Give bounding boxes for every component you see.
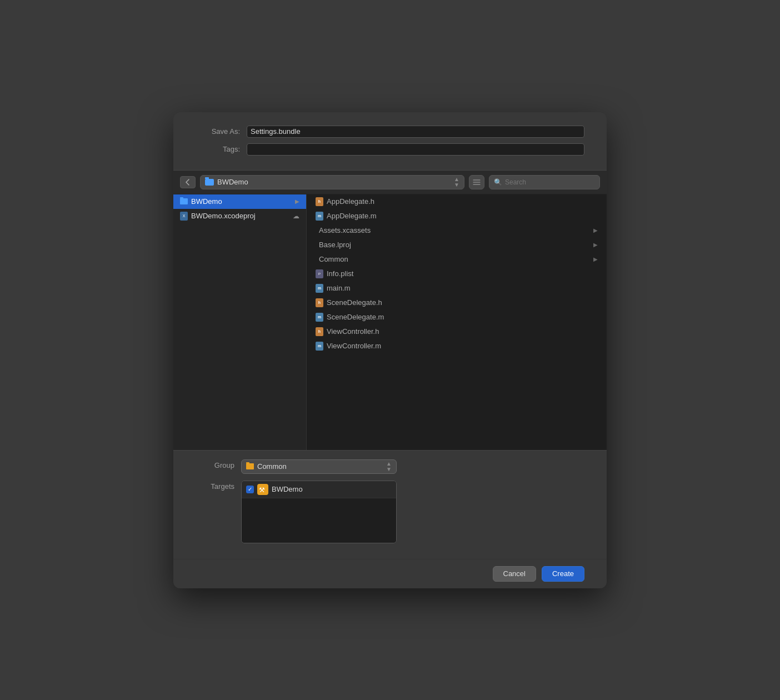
cloud-icon: ☁ <box>293 212 299 220</box>
tags-label: Tags: <box>196 145 240 153</box>
arrow-icon: ▶ <box>593 256 598 262</box>
file-name: AppDelegate.h <box>327 197 598 206</box>
h-file-icon: h <box>316 298 323 307</box>
search-box: 🔍 <box>489 175 600 189</box>
search-input[interactable] <box>505 178 595 186</box>
checkbox-checked[interactable] <box>246 486 254 493</box>
save-as-row: Save As: <box>196 126 584 138</box>
file-name: main.m <box>327 284 598 292</box>
file-name: Info.plist <box>327 269 598 278</box>
list-item[interactable]: h AppDelegate.h <box>307 194 607 209</box>
file-name: Assets.xcassets <box>319 226 590 234</box>
group-row: Group Common ▲ ▼ <box>196 459 584 474</box>
group-dropdown-label: Common <box>257 462 383 471</box>
target-item[interactable]: ⚒ BWDemo <box>242 481 396 498</box>
list-item[interactable]: Base.lproj ▶ <box>307 238 607 252</box>
dropdown-arrows-icon: ▲ ▼ <box>386 461 392 472</box>
file-name: ViewController.m <box>327 342 598 350</box>
h-file-icon: h <box>316 327 323 336</box>
chevron-left-icon <box>186 179 190 186</box>
file-name: Common <box>319 255 590 263</box>
nav-bar: BWDemo ▲ ▼ 🔍 <box>173 171 607 194</box>
create-button[interactable]: Create <box>542 566 584 582</box>
targets-row: Targets ⚒ BWDemo <box>196 481 584 543</box>
dialog-footer-form: Group Common ▲ ▼ Targets <box>173 450 607 559</box>
targets-label: Targets <box>196 481 234 491</box>
dropdown-arrows-icon: ▲ ▼ <box>454 177 459 188</box>
save-dialog: Save As: Tags: BWDemo ▲ ▼ <box>173 112 607 588</box>
list-item[interactable]: m ViewController.m <box>307 339 607 353</box>
folder-icon <box>205 179 214 186</box>
left-panel: BWDemo ▶ X BWDemo.xcodeproj ☁ <box>173 194 307 450</box>
list-item[interactable]: Common ▶ <box>307 252 607 267</box>
h-file-icon: h <box>316 197 323 206</box>
file-name: SceneDelegate.m <box>327 313 598 321</box>
collapse-icon <box>473 179 481 185</box>
save-as-input[interactable] <box>247 126 584 138</box>
list-item[interactable]: m SceneDelegate.m <box>307 310 607 324</box>
svg-text:⚒: ⚒ <box>259 486 265 494</box>
list-item[interactable]: h ViewController.h <box>307 324 607 339</box>
targets-empty-area <box>242 498 396 543</box>
right-panel: h AppDelegate.h m AppDelegate.m Assets.x… <box>307 194 607 450</box>
file-name: Base.lproj <box>319 241 590 249</box>
list-item[interactable]: P Info.plist <box>307 267 607 281</box>
tags-input[interactable] <box>247 143 584 156</box>
file-name: AppDelegate.m <box>327 212 598 220</box>
folder-icon <box>246 463 254 469</box>
list-item[interactable]: BWDemo ▶ <box>173 194 306 209</box>
nav-dropdown-label: BWDemo <box>217 178 451 186</box>
save-as-label: Save As: <box>196 127 240 136</box>
file-name: BWDemo <box>191 197 292 206</box>
file-name: BWDemo.xcodeproj <box>191 212 289 220</box>
arrow-icon: ▶ <box>593 227 598 233</box>
file-browser: BWDemo ▶ X BWDemo.xcodeproj ☁ h AppDeleg… <box>173 194 607 450</box>
list-item[interactable]: m AppDelegate.m <box>307 209 607 223</box>
m-file-icon: m <box>316 313 323 322</box>
target-name: BWDemo <box>272 485 303 493</box>
list-item[interactable]: Assets.xcassets ▶ <box>307 223 607 238</box>
nav-back-button[interactable] <box>180 176 196 188</box>
folder-icon <box>180 198 188 204</box>
list-item[interactable]: m main.m <box>307 281 607 296</box>
plist-icon: P <box>316 269 323 278</box>
arrow-icon: ▶ <box>593 242 598 248</box>
cancel-button[interactable]: Cancel <box>493 566 536 582</box>
m-file-icon: m <box>316 342 323 351</box>
dialog-header: Save As: Tags: <box>173 112 607 171</box>
targets-box: ⚒ BWDemo <box>241 481 397 543</box>
list-item[interactable]: X BWDemo.xcodeproj ☁ <box>173 209 306 223</box>
m-file-icon: m <box>316 284 323 293</box>
file-name: ViewController.h <box>327 327 598 336</box>
arrow-icon: ▶ <box>295 198 299 204</box>
tags-row: Tags: <box>196 143 584 156</box>
m-file-icon: m <box>316 212 323 221</box>
file-name: SceneDelegate.h <box>327 298 598 307</box>
search-icon: 🔍 <box>494 178 502 186</box>
group-dropdown[interactable]: Common ▲ ▼ <box>241 459 397 474</box>
app-icon: ⚒ <box>257 484 268 495</box>
group-label: Group <box>196 459 234 469</box>
xcodeproj-icon: X <box>180 212 188 221</box>
list-item[interactable]: h SceneDelegate.h <box>307 296 607 310</box>
folder-dropdown[interactable]: BWDemo ▲ ▼ <box>200 175 464 189</box>
dialog-actions: Cancel Create <box>173 559 607 588</box>
collapse-button[interactable] <box>469 175 484 189</box>
